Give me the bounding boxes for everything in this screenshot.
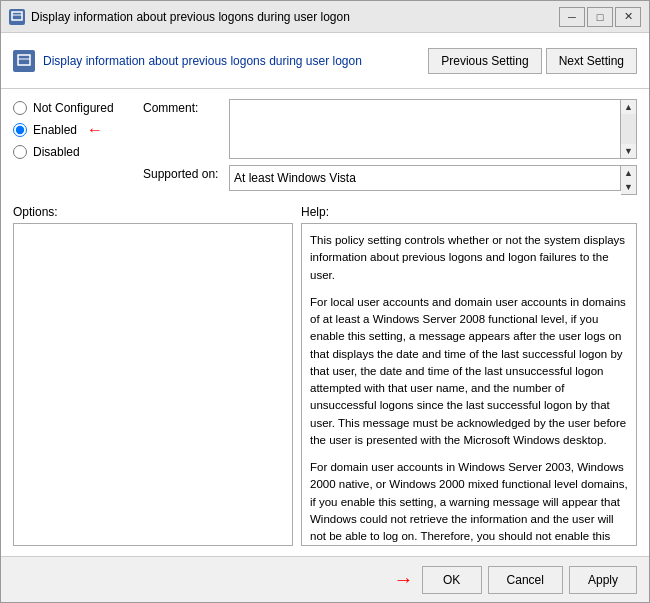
title-bar: Display information about previous logon… <box>1 1 649 33</box>
ok-button[interactable]: OK <box>422 566 482 594</box>
scroll-up-icon[interactable]: ▲ <box>621 100 636 114</box>
window-controls: ─ □ ✕ <box>559 7 641 27</box>
help-label: Help: <box>301 205 637 219</box>
supported-scroll-down[interactable]: ▼ <box>622 180 635 194</box>
supported-on-value: At least Windows Vista <box>229 165 621 191</box>
minimize-button[interactable]: ─ <box>559 7 585 27</box>
help-column: Help: This policy setting controls wheth… <box>301 205 637 546</box>
not-configured-option[interactable]: Not Configured <box>13 101 143 115</box>
maximize-button[interactable]: □ <box>587 7 613 27</box>
window-icon <box>9 9 25 25</box>
right-panel: Comment: ▲ ▼ Supported on: At least <box>143 99 637 195</box>
options-help-section: Options: Help: This policy setting contr… <box>13 205 637 546</box>
svg-rect-2 <box>18 55 30 65</box>
disabled-label: Disabled <box>33 145 80 159</box>
enabled-arrow-icon: ← <box>87 121 103 139</box>
supported-on-scrollbar: ▲ ▼ <box>621 165 637 195</box>
next-setting-button[interactable]: Next Setting <box>546 48 637 74</box>
cancel-button[interactable]: Cancel <box>488 566 563 594</box>
comment-wrapper: ▲ ▼ <box>229 99 637 159</box>
supported-scroll-up[interactable]: ▲ <box>622 166 635 180</box>
close-button[interactable]: ✕ <box>615 7 641 27</box>
header-buttons: Previous Setting Next Setting <box>428 48 637 74</box>
comment-label: Comment: <box>143 99 223 115</box>
top-section: Not Configured Enabled ← Disabled Commen… <box>13 99 637 195</box>
help-text-box[interactable]: This policy setting controls whether or … <box>301 223 637 546</box>
scroll-down-icon[interactable]: ▼ <box>621 144 636 158</box>
main-content: Not Configured Enabled ← Disabled Commen… <box>1 89 649 556</box>
disabled-radio[interactable] <box>13 145 27 159</box>
dialog-window: Display information about previous logon… <box>0 0 650 603</box>
title-bar-left: Display information about previous logon… <box>9 9 350 25</box>
enabled-radio[interactable] <box>13 123 27 137</box>
enabled-label: Enabled <box>33 123 77 137</box>
footer: → OK Cancel Apply <box>1 556 649 602</box>
options-box <box>13 223 293 546</box>
not-configured-radio[interactable] <box>13 101 27 115</box>
footer-inner: → OK Cancel Apply <box>394 566 637 594</box>
header-title-text: Display information about previous logon… <box>43 54 362 68</box>
help-paragraph-1: This policy setting controls whether or … <box>310 232 628 284</box>
header-icon <box>13 50 35 72</box>
comment-textarea[interactable] <box>229 99 621 159</box>
enabled-option[interactable]: Enabled ← <box>13 121 143 139</box>
supported-on-label: Supported on: <box>143 165 223 181</box>
disabled-option[interactable]: Disabled <box>13 145 143 159</box>
apply-button[interactable]: Apply <box>569 566 637 594</box>
comment-scrollbar[interactable]: ▲ ▼ <box>621 99 637 159</box>
help-paragraph-3: For domain user accounts in Windows Serv… <box>310 459 628 546</box>
not-configured-label: Not Configured <box>33 101 114 115</box>
previous-setting-button[interactable]: Previous Setting <box>428 48 541 74</box>
help-paragraph-2: For local user accounts and domain user … <box>310 294 628 449</box>
options-column: Options: <box>13 205 293 546</box>
options-label: Options: <box>13 205 293 219</box>
window-title: Display information about previous logon… <box>31 10 350 24</box>
comment-row: Comment: ▲ ▼ <box>143 99 637 159</box>
header-title-area: Display information about previous logon… <box>13 50 428 72</box>
radio-group: Not Configured Enabled ← Disabled <box>13 99 143 195</box>
ok-arrow-icon: → <box>394 568 414 591</box>
supported-on-wrapper: At least Windows Vista ▲ ▼ <box>229 165 637 195</box>
supported-on-row: Supported on: At least Windows Vista ▲ ▼ <box>143 165 637 195</box>
header-section: Display information about previous logon… <box>1 33 649 89</box>
svg-rect-0 <box>12 12 22 20</box>
scroll-track <box>621 114 636 144</box>
